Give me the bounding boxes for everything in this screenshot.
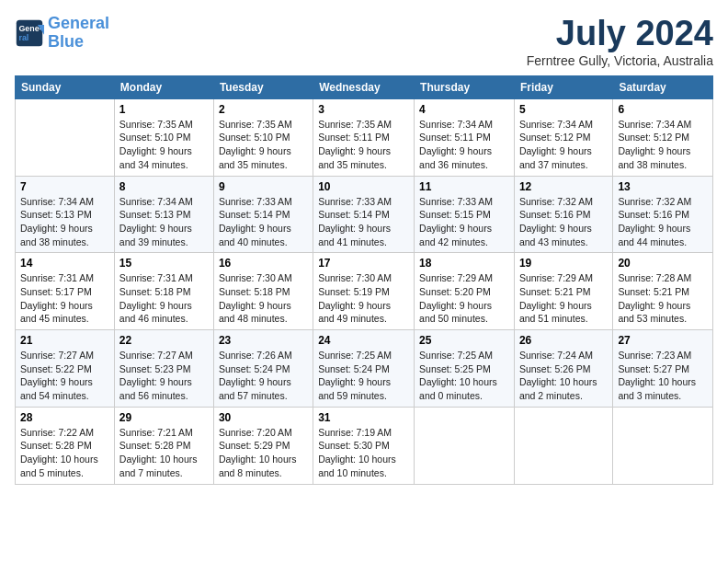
cell-content: Sunrise: 7:34 AM Sunset: 5:12 PM Dayligh… xyxy=(618,118,708,172)
cell-content: Sunrise: 7:29 AM Sunset: 5:20 PM Dayligh… xyxy=(419,271,509,326)
calendar-cell: 5Sunrise: 7:34 AM Sunset: 5:12 PM Daylig… xyxy=(514,98,612,176)
title-block: July 2024 Ferntree Gully, Victoria, Aust… xyxy=(527,15,713,68)
day-number: 16 xyxy=(219,257,308,270)
day-number: 6 xyxy=(618,103,708,116)
day-number: 2 xyxy=(219,103,308,116)
day-number: 9 xyxy=(219,180,308,193)
cell-content: Sunrise: 7:35 AM Sunset: 5:10 PM Dayligh… xyxy=(219,118,308,172)
cell-content: Sunrise: 7:19 AM Sunset: 5:30 PM Dayligh… xyxy=(318,426,409,480)
calendar-header-row: SundayMondayTuesdayWednesdayThursdayFrid… xyxy=(16,75,713,98)
day-number: 3 xyxy=(318,103,409,116)
calendar-cell: 19Sunrise: 7:29 AM Sunset: 5:21 PM Dayli… xyxy=(514,253,612,330)
cell-content: Sunrise: 7:31 AM Sunset: 5:18 PM Dayligh… xyxy=(119,271,209,326)
cell-content: Sunrise: 7:33 AM Sunset: 5:14 PM Dayligh… xyxy=(219,195,308,249)
cell-content: Sunrise: 7:33 AM Sunset: 5:14 PM Dayligh… xyxy=(318,195,409,249)
calendar-cell: 1Sunrise: 7:35 AM Sunset: 5:10 PM Daylig… xyxy=(114,98,213,176)
day-number: 26 xyxy=(519,334,608,347)
cell-content: Sunrise: 7:29 AM Sunset: 5:21 PM Dayligh… xyxy=(519,271,608,326)
calendar-week-row: 7Sunrise: 7:34 AM Sunset: 5:13 PM Daylig… xyxy=(16,176,713,253)
month-year-title: July 2024 xyxy=(527,15,713,53)
cell-content: Sunrise: 7:26 AM Sunset: 5:24 PM Dayligh… xyxy=(219,349,308,403)
day-number: 29 xyxy=(119,411,209,424)
cell-content: Sunrise: 7:31 AM Sunset: 5:17 PM Dayligh… xyxy=(20,271,109,326)
svg-text:ral: ral xyxy=(18,33,28,42)
calendar-cell: 9Sunrise: 7:33 AM Sunset: 5:14 PM Daylig… xyxy=(213,176,313,253)
calendar-table: SundayMondayTuesdayWednesdayThursdayFrid… xyxy=(15,75,713,485)
calendar-cell: 17Sunrise: 7:30 AM Sunset: 5:19 PM Dayli… xyxy=(313,253,415,330)
calendar-cell: 20Sunrise: 7:28 AM Sunset: 5:21 PM Dayli… xyxy=(613,253,713,330)
cell-content: Sunrise: 7:28 AM Sunset: 5:21 PM Dayligh… xyxy=(618,271,708,326)
calendar-cell: 30Sunrise: 7:20 AM Sunset: 5:29 PM Dayli… xyxy=(213,407,313,484)
day-number: 11 xyxy=(419,180,509,193)
calendar-week-row: 14Sunrise: 7:31 AM Sunset: 5:17 PM Dayli… xyxy=(16,253,713,330)
day-number: 10 xyxy=(318,180,409,193)
calendar-cell: 28Sunrise: 7:22 AM Sunset: 5:28 PM Dayli… xyxy=(16,407,115,484)
cell-content: Sunrise: 7:21 AM Sunset: 5:28 PM Dayligh… xyxy=(119,426,209,480)
column-header-wednesday: Wednesday xyxy=(313,75,415,98)
cell-content: Sunrise: 7:25 AM Sunset: 5:25 PM Dayligh… xyxy=(419,349,509,403)
calendar-cell xyxy=(514,407,612,484)
logo-icon: Gene- ral xyxy=(15,18,44,48)
day-number: 21 xyxy=(20,334,109,347)
day-number: 1 xyxy=(119,103,209,116)
cell-content: Sunrise: 7:30 AM Sunset: 5:19 PM Dayligh… xyxy=(318,271,409,326)
column-header-monday: Monday xyxy=(114,75,213,98)
cell-content: Sunrise: 7:24 AM Sunset: 5:26 PM Dayligh… xyxy=(519,349,608,403)
day-number: 13 xyxy=(618,180,708,193)
day-number: 27 xyxy=(618,334,708,347)
day-number: 30 xyxy=(219,411,308,424)
day-number: 12 xyxy=(519,180,608,193)
calendar-cell: 13Sunrise: 7:32 AM Sunset: 5:16 PM Dayli… xyxy=(613,176,713,253)
location-subtitle: Ferntree Gully, Victoria, Australia xyxy=(527,53,713,68)
day-number: 7 xyxy=(20,180,109,193)
calendar-cell: 31Sunrise: 7:19 AM Sunset: 5:30 PM Dayli… xyxy=(313,407,415,484)
logo-text: General Blue xyxy=(48,15,109,52)
column-header-friday: Friday xyxy=(514,75,612,98)
cell-content: Sunrise: 7:35 AM Sunset: 5:11 PM Dayligh… xyxy=(318,118,409,172)
logo: Gene- ral General Blue xyxy=(15,15,109,52)
day-number: 5 xyxy=(519,103,608,116)
page-header: Gene- ral General Blue July 2024 Ferntre… xyxy=(15,15,713,68)
cell-content: Sunrise: 7:34 AM Sunset: 5:13 PM Dayligh… xyxy=(20,195,109,249)
calendar-cell xyxy=(415,407,515,484)
cell-content: Sunrise: 7:32 AM Sunset: 5:16 PM Dayligh… xyxy=(519,195,608,249)
calendar-week-row: 1Sunrise: 7:35 AM Sunset: 5:10 PM Daylig… xyxy=(16,98,713,176)
day-number: 28 xyxy=(20,411,109,424)
calendar-cell: 12Sunrise: 7:32 AM Sunset: 5:16 PM Dayli… xyxy=(514,176,612,253)
calendar-body: 1Sunrise: 7:35 AM Sunset: 5:10 PM Daylig… xyxy=(16,98,713,484)
calendar-week-row: 21Sunrise: 7:27 AM Sunset: 5:22 PM Dayli… xyxy=(16,330,713,408)
cell-content: Sunrise: 7:27 AM Sunset: 5:23 PM Dayligh… xyxy=(119,349,209,403)
cell-content: Sunrise: 7:20 AM Sunset: 5:29 PM Dayligh… xyxy=(219,426,308,480)
calendar-cell: 18Sunrise: 7:29 AM Sunset: 5:20 PM Dayli… xyxy=(415,253,515,330)
cell-content: Sunrise: 7:27 AM Sunset: 5:22 PM Dayligh… xyxy=(20,349,109,403)
calendar-cell: 10Sunrise: 7:33 AM Sunset: 5:14 PM Dayli… xyxy=(313,176,415,253)
day-number: 20 xyxy=(618,257,708,270)
cell-content: Sunrise: 7:32 AM Sunset: 5:16 PM Dayligh… xyxy=(618,195,708,249)
cell-content: Sunrise: 7:35 AM Sunset: 5:10 PM Dayligh… xyxy=(119,118,209,172)
cell-content: Sunrise: 7:34 AM Sunset: 5:12 PM Dayligh… xyxy=(519,118,608,172)
calendar-cell: 22Sunrise: 7:27 AM Sunset: 5:23 PM Dayli… xyxy=(114,330,213,408)
day-number: 15 xyxy=(119,257,209,270)
cell-content: Sunrise: 7:22 AM Sunset: 5:28 PM Dayligh… xyxy=(20,426,109,480)
calendar-cell: 24Sunrise: 7:25 AM Sunset: 5:24 PM Dayli… xyxy=(313,330,415,408)
cell-content: Sunrise: 7:34 AM Sunset: 5:11 PM Dayligh… xyxy=(419,118,509,172)
column-header-sunday: Sunday xyxy=(16,75,115,98)
calendar-week-row: 28Sunrise: 7:22 AM Sunset: 5:28 PM Dayli… xyxy=(16,407,713,484)
day-number: 18 xyxy=(419,257,509,270)
day-number: 8 xyxy=(119,180,209,193)
day-number: 4 xyxy=(419,103,509,116)
day-number: 25 xyxy=(419,334,509,347)
column-header-tuesday: Tuesday xyxy=(213,75,313,98)
calendar-cell: 25Sunrise: 7:25 AM Sunset: 5:25 PM Dayli… xyxy=(415,330,515,408)
calendar-cell: 6Sunrise: 7:34 AM Sunset: 5:12 PM Daylig… xyxy=(613,98,713,176)
cell-content: Sunrise: 7:30 AM Sunset: 5:18 PM Dayligh… xyxy=(219,271,308,326)
calendar-cell: 7Sunrise: 7:34 AM Sunset: 5:13 PM Daylig… xyxy=(16,176,115,253)
day-number: 22 xyxy=(119,334,209,347)
column-header-saturday: Saturday xyxy=(613,75,713,98)
day-number: 31 xyxy=(318,411,409,424)
calendar-cell xyxy=(613,407,713,484)
calendar-cell: 2Sunrise: 7:35 AM Sunset: 5:10 PM Daylig… xyxy=(213,98,313,176)
calendar-cell: 8Sunrise: 7:34 AM Sunset: 5:13 PM Daylig… xyxy=(114,176,213,253)
cell-content: Sunrise: 7:23 AM Sunset: 5:27 PM Dayligh… xyxy=(618,349,708,403)
calendar-cell: 14Sunrise: 7:31 AM Sunset: 5:17 PM Dayli… xyxy=(16,253,115,330)
